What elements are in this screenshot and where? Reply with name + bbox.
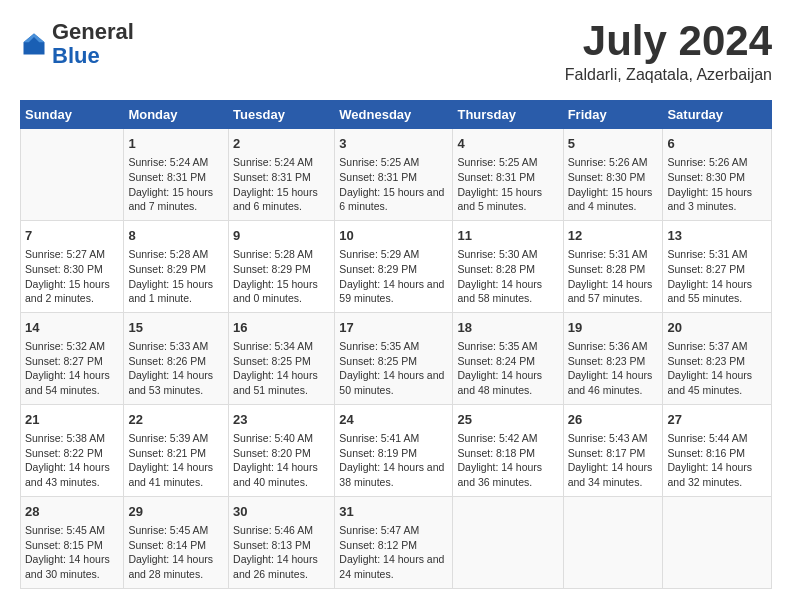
logo-general-text: General [52, 19, 134, 44]
day-number: 1 [128, 135, 224, 153]
header-cell-sunday: Sunday [21, 101, 124, 129]
day-number: 17 [339, 319, 448, 337]
day-info: Sunrise: 5:43 AMSunset: 8:17 PMDaylight:… [568, 431, 659, 490]
day-cell: 18Sunrise: 5:35 AMSunset: 8:24 PMDayligh… [453, 312, 563, 404]
day-number: 23 [233, 411, 330, 429]
day-cell: 10Sunrise: 5:29 AMSunset: 8:29 PMDayligh… [335, 220, 453, 312]
logo: General Blue [20, 20, 134, 68]
day-cell: 7Sunrise: 5:27 AMSunset: 8:30 PMDaylight… [21, 220, 124, 312]
day-cell: 3Sunrise: 5:25 AMSunset: 8:31 PMDaylight… [335, 129, 453, 221]
day-info: Sunrise: 5:45 AMSunset: 8:15 PMDaylight:… [25, 523, 119, 582]
week-row-2: 7Sunrise: 5:27 AMSunset: 8:30 PMDaylight… [21, 220, 772, 312]
day-number: 6 [667, 135, 767, 153]
day-cell: 8Sunrise: 5:28 AMSunset: 8:29 PMDaylight… [124, 220, 229, 312]
day-number: 5 [568, 135, 659, 153]
day-number: 8 [128, 227, 224, 245]
title-block: July 2024 Faldarli, Zaqatala, Azerbaijan [565, 20, 772, 84]
page-header: General Blue July 2024 Faldarli, Zaqatal… [20, 20, 772, 84]
day-number: 11 [457, 227, 558, 245]
day-cell: 11Sunrise: 5:30 AMSunset: 8:28 PMDayligh… [453, 220, 563, 312]
day-info: Sunrise: 5:32 AMSunset: 8:27 PMDaylight:… [25, 339, 119, 398]
day-number: 20 [667, 319, 767, 337]
day-cell: 16Sunrise: 5:34 AMSunset: 8:25 PMDayligh… [229, 312, 335, 404]
day-cell: 13Sunrise: 5:31 AMSunset: 8:27 PMDayligh… [663, 220, 772, 312]
day-cell: 20Sunrise: 5:37 AMSunset: 8:23 PMDayligh… [663, 312, 772, 404]
header-cell-thursday: Thursday [453, 101, 563, 129]
day-info: Sunrise: 5:47 AMSunset: 8:12 PMDaylight:… [339, 523, 448, 582]
day-info: Sunrise: 5:34 AMSunset: 8:25 PMDaylight:… [233, 339, 330, 398]
day-cell [563, 496, 663, 588]
day-number: 30 [233, 503, 330, 521]
week-row-5: 28Sunrise: 5:45 AMSunset: 8:15 PMDayligh… [21, 496, 772, 588]
day-cell: 24Sunrise: 5:41 AMSunset: 8:19 PMDayligh… [335, 404, 453, 496]
day-number: 7 [25, 227, 119, 245]
day-cell: 12Sunrise: 5:31 AMSunset: 8:28 PMDayligh… [563, 220, 663, 312]
day-cell: 28Sunrise: 5:45 AMSunset: 8:15 PMDayligh… [21, 496, 124, 588]
header-cell-friday: Friday [563, 101, 663, 129]
day-info: Sunrise: 5:28 AMSunset: 8:29 PMDaylight:… [233, 247, 330, 306]
day-info: Sunrise: 5:38 AMSunset: 8:22 PMDaylight:… [25, 431, 119, 490]
header-cell-saturday: Saturday [663, 101, 772, 129]
day-number: 28 [25, 503, 119, 521]
day-cell: 6Sunrise: 5:26 AMSunset: 8:30 PMDaylight… [663, 129, 772, 221]
day-cell: 19Sunrise: 5:36 AMSunset: 8:23 PMDayligh… [563, 312, 663, 404]
day-info: Sunrise: 5:42 AMSunset: 8:18 PMDaylight:… [457, 431, 558, 490]
day-number: 26 [568, 411, 659, 429]
day-cell [21, 129, 124, 221]
day-info: Sunrise: 5:35 AMSunset: 8:24 PMDaylight:… [457, 339, 558, 398]
day-cell: 1Sunrise: 5:24 AMSunset: 8:31 PMDaylight… [124, 129, 229, 221]
calendar-table: SundayMondayTuesdayWednesdayThursdayFrid… [20, 100, 772, 589]
day-cell: 4Sunrise: 5:25 AMSunset: 8:31 PMDaylight… [453, 129, 563, 221]
day-number: 14 [25, 319, 119, 337]
day-info: Sunrise: 5:35 AMSunset: 8:25 PMDaylight:… [339, 339, 448, 398]
day-info: Sunrise: 5:31 AMSunset: 8:28 PMDaylight:… [568, 247, 659, 306]
day-info: Sunrise: 5:24 AMSunset: 8:31 PMDaylight:… [233, 155, 330, 214]
day-cell: 31Sunrise: 5:47 AMSunset: 8:12 PMDayligh… [335, 496, 453, 588]
day-cell: 21Sunrise: 5:38 AMSunset: 8:22 PMDayligh… [21, 404, 124, 496]
day-cell: 17Sunrise: 5:35 AMSunset: 8:25 PMDayligh… [335, 312, 453, 404]
day-cell: 14Sunrise: 5:32 AMSunset: 8:27 PMDayligh… [21, 312, 124, 404]
location-text: Faldarli, Zaqatala, Azerbaijan [565, 66, 772, 84]
day-cell: 23Sunrise: 5:40 AMSunset: 8:20 PMDayligh… [229, 404, 335, 496]
day-info: Sunrise: 5:25 AMSunset: 8:31 PMDaylight:… [457, 155, 558, 214]
day-number: 3 [339, 135, 448, 153]
day-info: Sunrise: 5:27 AMSunset: 8:30 PMDaylight:… [25, 247, 119, 306]
day-number: 22 [128, 411, 224, 429]
day-number: 31 [339, 503, 448, 521]
day-info: Sunrise: 5:44 AMSunset: 8:16 PMDaylight:… [667, 431, 767, 490]
week-row-4: 21Sunrise: 5:38 AMSunset: 8:22 PMDayligh… [21, 404, 772, 496]
week-row-1: 1Sunrise: 5:24 AMSunset: 8:31 PMDaylight… [21, 129, 772, 221]
logo-blue-text: Blue [52, 43, 100, 68]
day-info: Sunrise: 5:26 AMSunset: 8:30 PMDaylight:… [568, 155, 659, 214]
header-cell-wednesday: Wednesday [335, 101, 453, 129]
day-info: Sunrise: 5:28 AMSunset: 8:29 PMDaylight:… [128, 247, 224, 306]
day-number: 24 [339, 411, 448, 429]
day-cell: 9Sunrise: 5:28 AMSunset: 8:29 PMDaylight… [229, 220, 335, 312]
day-cell: 30Sunrise: 5:46 AMSunset: 8:13 PMDayligh… [229, 496, 335, 588]
day-cell [453, 496, 563, 588]
month-title: July 2024 [565, 20, 772, 62]
day-cell: 22Sunrise: 5:39 AMSunset: 8:21 PMDayligh… [124, 404, 229, 496]
day-info: Sunrise: 5:31 AMSunset: 8:27 PMDaylight:… [667, 247, 767, 306]
day-info: Sunrise: 5:39 AMSunset: 8:21 PMDaylight:… [128, 431, 224, 490]
logo-icon [20, 30, 48, 58]
day-cell: 2Sunrise: 5:24 AMSunset: 8:31 PMDaylight… [229, 129, 335, 221]
header-cell-monday: Monday [124, 101, 229, 129]
week-row-3: 14Sunrise: 5:32 AMSunset: 8:27 PMDayligh… [21, 312, 772, 404]
day-cell: 29Sunrise: 5:45 AMSunset: 8:14 PMDayligh… [124, 496, 229, 588]
day-cell: 5Sunrise: 5:26 AMSunset: 8:30 PMDaylight… [563, 129, 663, 221]
day-number: 18 [457, 319, 558, 337]
day-cell: 27Sunrise: 5:44 AMSunset: 8:16 PMDayligh… [663, 404, 772, 496]
day-number: 27 [667, 411, 767, 429]
day-number: 25 [457, 411, 558, 429]
day-info: Sunrise: 5:41 AMSunset: 8:19 PMDaylight:… [339, 431, 448, 490]
day-info: Sunrise: 5:46 AMSunset: 8:13 PMDaylight:… [233, 523, 330, 582]
day-info: Sunrise: 5:24 AMSunset: 8:31 PMDaylight:… [128, 155, 224, 214]
day-info: Sunrise: 5:45 AMSunset: 8:14 PMDaylight:… [128, 523, 224, 582]
day-info: Sunrise: 5:36 AMSunset: 8:23 PMDaylight:… [568, 339, 659, 398]
day-info: Sunrise: 5:30 AMSunset: 8:28 PMDaylight:… [457, 247, 558, 306]
day-number: 29 [128, 503, 224, 521]
day-info: Sunrise: 5:26 AMSunset: 8:30 PMDaylight:… [667, 155, 767, 214]
header-cell-tuesday: Tuesday [229, 101, 335, 129]
day-number: 12 [568, 227, 659, 245]
